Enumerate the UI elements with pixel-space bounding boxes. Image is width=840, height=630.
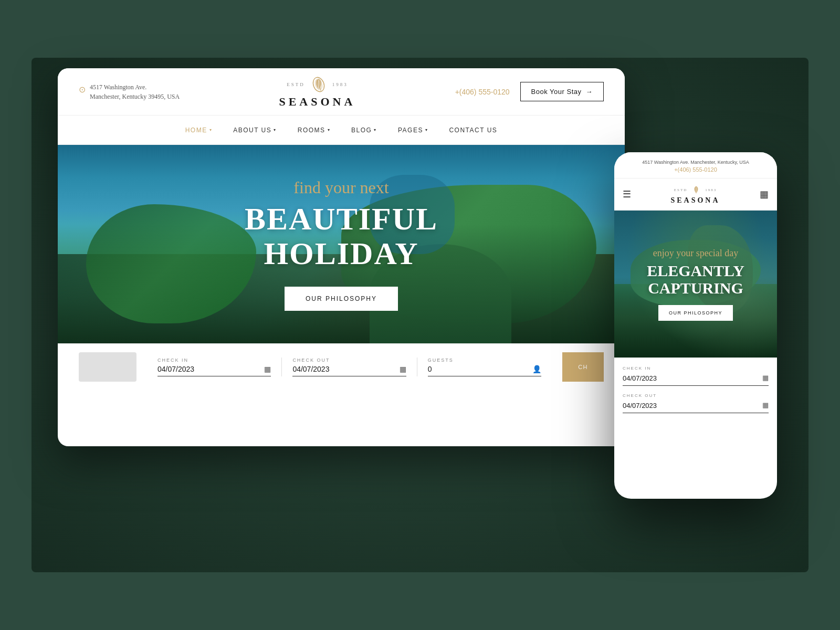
mobile-mockup: 4517 Washington Ave. Manchester, Kentuck… bbox=[614, 152, 777, 499]
mobile-checkout-field[interactable]: 04/07/2023 ▦ bbox=[623, 401, 769, 413]
mobile-phone[interactable]: +(406) 555-0120 bbox=[623, 166, 769, 173]
chevron-down-icon: ▾ bbox=[328, 128, 331, 132]
nav-item-home[interactable]: HOME ▾ bbox=[185, 127, 213, 134]
mobile-logo: ESTD 1983 SEASONA bbox=[670, 184, 720, 205]
checkout-value-row: 04/07/2023 ▦ bbox=[292, 365, 406, 376]
mobile-checkout-calendar-icon: ▦ bbox=[762, 401, 769, 410]
header-address: ⊙ 4517 Washington Ave. Manchester, Kentu… bbox=[79, 82, 180, 101]
mobile-logo-name: SEASONA bbox=[670, 196, 720, 205]
checkout-calendar-icon: ▦ bbox=[400, 365, 406, 374]
arrow-right-icon: → bbox=[586, 88, 593, 96]
chevron-down-icon: ▾ bbox=[209, 128, 213, 132]
hero-tagline: find your next bbox=[245, 178, 438, 197]
mobile-philosophy-button[interactable]: OUR PHILOSOPHY bbox=[658, 305, 733, 321]
logo-estd: ESTD 1983 bbox=[279, 75, 355, 94]
phone-number[interactable]: +(406) 555-0120 bbox=[455, 88, 510, 96]
mobile-hero-tagline: enjoy your special day bbox=[647, 248, 744, 259]
address-line1: 4517 Washington Ave. bbox=[90, 82, 180, 92]
nav-item-rooms[interactable]: ROOMS ▾ bbox=[298, 127, 330, 134]
philosophy-button[interactable]: OUR PHILOSOPHY bbox=[285, 287, 398, 311]
logo-name: SEASONA bbox=[279, 95, 355, 109]
chevron-down-icon: ▾ bbox=[425, 128, 428, 132]
mobile-checkout-label: CHECK OUT bbox=[623, 393, 769, 398]
mobile-checkin-field[interactable]: 04/07/2023 ▦ bbox=[623, 374, 769, 386]
checkout-value: 04/07/2023 bbox=[292, 365, 329, 373]
checkin-calendar-icon: ▦ bbox=[264, 365, 271, 374]
mobile-checkin-value: 04/07/2023 bbox=[623, 374, 657, 382]
hero-title: BEAUTIFUL HOLIDAY bbox=[245, 202, 438, 271]
mobile-checkout-value: 04/07/2023 bbox=[623, 402, 657, 410]
mobile-hero: enjoy your special day ELEGANTLY CAPTURI… bbox=[614, 211, 777, 358]
guests-field[interactable]: GUESTS 0 👤 bbox=[417, 358, 552, 376]
desktop-nav: HOME ▾ ABOUT US ▾ ROOMS ▾ BLOG ▾ PAGES ▾… bbox=[58, 116, 625, 145]
scene: ⊙ 4517 Washington Ave. Manchester, Kentu… bbox=[32, 58, 808, 572]
hamburger-icon[interactable]: ☰ bbox=[623, 188, 631, 200]
checkout-field[interactable]: CHECK OUT 04/07/2023 ▦ bbox=[282, 358, 417, 376]
header-right: +(406) 555-0120 Book Your Stay → bbox=[455, 82, 604, 101]
checkin-value: 04/07/2023 bbox=[158, 365, 194, 373]
mobile-hero-content: enjoy your special day ELEGANTLY CAPTURI… bbox=[647, 248, 744, 321]
checkin-label: CHECK IN bbox=[158, 358, 271, 363]
guests-value-row: 0 👤 bbox=[428, 365, 541, 376]
nav-item-about[interactable]: ABOUT US ▾ bbox=[233, 127, 277, 134]
desktop-logo: ESTD 1983 SEASONA bbox=[279, 75, 355, 109]
chevron-down-icon: ▾ bbox=[374, 128, 377, 132]
address-line2: Manchester, Kentucky 39495, USA bbox=[90, 92, 180, 101]
mobile-logo-estd: ESTD 1983 bbox=[670, 184, 720, 196]
nav-item-blog[interactable]: BLOG ▾ bbox=[351, 127, 377, 134]
desktop-header: ⊙ 4517 Washington Ave. Manchester, Kentu… bbox=[58, 68, 625, 116]
checkout-label: CHECK OUT bbox=[292, 358, 406, 363]
mobile-logo-leaf-icon bbox=[690, 184, 702, 196]
mobile-calendar-icon[interactable]: ▦ bbox=[760, 188, 769, 200]
booking-tab bbox=[79, 352, 136, 382]
logo-leaf-icon bbox=[309, 75, 328, 94]
desktop-mockup: ⊙ 4517 Washington Ave. Manchester, Kentu… bbox=[58, 68, 625, 446]
mobile-booking: CHECK IN 04/07/2023 ▦ CHECK OUT 04/07/20… bbox=[614, 358, 777, 429]
chevron-down-icon: ▾ bbox=[274, 128, 277, 132]
checkin-value-row: 04/07/2023 ▦ bbox=[158, 365, 271, 376]
nav-item-contact[interactable]: CONTACT US bbox=[449, 127, 497, 134]
check-availability-button[interactable]: CH bbox=[562, 352, 604, 382]
booking-bar: CHECK IN 04/07/2023 ▦ CHECK OUT 04/07/20… bbox=[58, 343, 625, 390]
desktop-hero: find your next BEAUTIFUL HOLIDAY OUR PHI… bbox=[58, 145, 625, 343]
mobile-nav-bar: ☰ ESTD 1983 SEASONA ▦ bbox=[614, 178, 777, 211]
mobile-checkin-calendar-icon: ▦ bbox=[762, 374, 769, 382]
mobile-address: 4517 Washington Ave. Manchester, Kentuck… bbox=[623, 160, 769, 165]
hero-content: find your next BEAUTIFUL HOLIDAY OUR PHI… bbox=[245, 178, 438, 311]
person-icon: 👤 bbox=[532, 365, 541, 374]
location-icon: ⊙ bbox=[79, 83, 86, 96]
mobile-hero-title: ELEGANTLY CAPTURING bbox=[647, 262, 744, 297]
nav-item-pages[interactable]: PAGES ▾ bbox=[398, 127, 428, 134]
mobile-checkin-label: CHECK IN bbox=[623, 366, 769, 371]
mobile-info-bar: 4517 Washington Ave. Manchester, Kentuck… bbox=[614, 152, 777, 178]
guests-label: GUESTS bbox=[428, 358, 541, 363]
checkin-field[interactable]: CHECK IN 04/07/2023 ▦ bbox=[147, 358, 282, 376]
book-stay-button[interactable]: Book Your Stay → bbox=[520, 82, 604, 101]
guests-value: 0 bbox=[428, 365, 432, 373]
